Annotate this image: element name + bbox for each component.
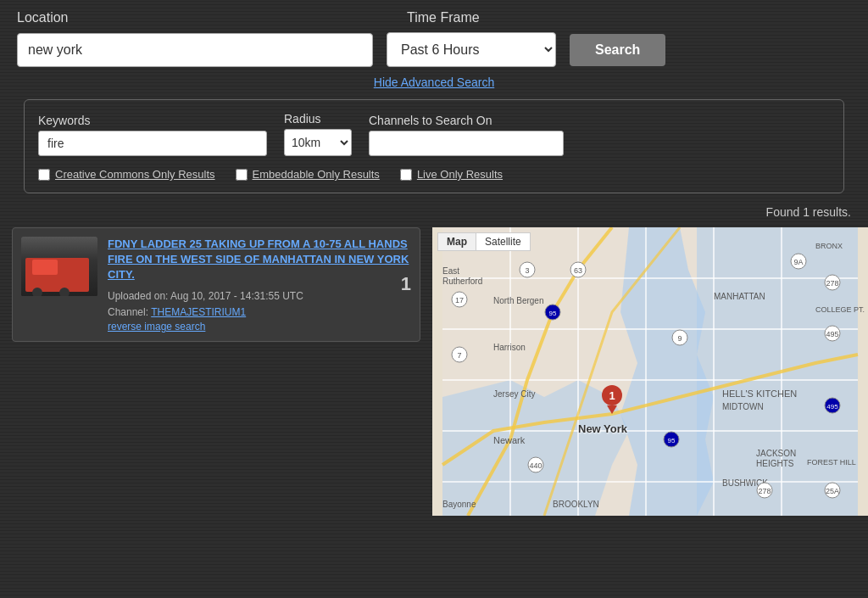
map-pin[interactable]: 1	[602, 385, 622, 414]
live-only-checkbox-label[interactable]: Live Only Results	[400, 168, 503, 181]
result-thumbnail	[21, 237, 97, 296]
svg-text:440: 440	[529, 461, 542, 470]
keywords-input[interactable]	[38, 131, 267, 156]
svg-text:BROOKLYN: BROOKLYN	[553, 500, 599, 509]
location-input[interactable]	[17, 33, 373, 67]
svg-text:25A: 25A	[826, 487, 839, 495]
result-number: 1	[401, 273, 411, 295]
map-tab-map[interactable]: Map	[437, 232, 476, 251]
live-only-label: Live Only Results	[417, 168, 503, 181]
keywords-label: Keywords	[38, 114, 267, 127]
search-button[interactable]: Search	[570, 34, 665, 66]
svg-text:63: 63	[574, 266, 582, 275]
svg-text:Jersey City: Jersey City	[493, 389, 535, 399]
svg-text:COLLEGE PT.: COLLEGE PT.	[815, 305, 865, 314]
map-pin-number: 1	[602, 385, 622, 405]
svg-text:3: 3	[525, 266, 529, 275]
creative-commons-checkbox[interactable]	[38, 169, 50, 181]
svg-text:17: 17	[455, 296, 464, 305]
result-title[interactable]: FDNY LADDER 25 TAKING UP FROM A 10-75 AL…	[108, 237, 411, 283]
result-card: FDNY LADDER 25 TAKING UP FROM A 10-75 AL…	[12, 227, 420, 342]
svg-text:HEIGHTS: HEIGHTS	[756, 459, 794, 468]
result-channel-link[interactable]: THEMAJESTIRIUM1	[151, 306, 246, 318]
creative-commons-label: Creative Commons Only Results	[55, 168, 215, 181]
results-panel: FDNY LADDER 25 TAKING UP FROM A 10-75 AL…	[0, 227, 432, 516]
advanced-search-panel: Keywords Radius 10km 5km 25km 50km Chann…	[24, 99, 844, 193]
svg-text:9A: 9A	[793, 258, 803, 266]
svg-text:Bayonne: Bayonne	[442, 500, 476, 509]
channels-input[interactable]	[369, 131, 564, 156]
embeddable-only-checkbox[interactable]	[236, 169, 248, 181]
svg-text:North Bergen: North Bergen	[493, 296, 543, 305]
result-channel-label: Channel:	[108, 306, 148, 318]
svg-text:Rutherford: Rutherford	[442, 277, 482, 286]
timeframe-select[interactable]: Past 6 Hours Past Hour Past Day Past Wee…	[387, 32, 556, 67]
svg-text:7: 7	[457, 351, 461, 360]
creative-commons-checkbox-label[interactable]: Creative Commons Only Results	[38, 168, 215, 181]
result-uploaded: Uploaded on: Aug 10, 2017 - 14:31:55 UTC	[108, 288, 411, 305]
map-controls: Map Satellite	[437, 232, 531, 251]
map-panel: North Bergen MANHATTAN Jersey City HELL'…	[432, 227, 868, 516]
svg-text:495: 495	[826, 330, 838, 338]
live-only-checkbox[interactable]	[400, 169, 412, 181]
svg-text:95: 95	[668, 437, 676, 444]
svg-text:Newark: Newark	[493, 435, 526, 445]
embeddable-only-checkbox-label[interactable]: Embeddable Only Results	[236, 168, 380, 181]
result-channel-row: Channel: THEMAJESTIRIUM1	[108, 305, 411, 321]
svg-text:9: 9	[677, 334, 682, 343]
radius-label: Radius	[284, 112, 352, 126]
svg-text:MIDTOWN: MIDTOWN	[722, 402, 764, 411]
svg-text:Harrison: Harrison	[493, 343, 526, 352]
svg-text:JACKSON: JACKSON	[756, 449, 796, 458]
svg-text:FOREST HILL: FOREST HILL	[807, 458, 856, 467]
embeddable-only-label: Embeddable Only Results	[253, 168, 380, 181]
svg-text:278: 278	[758, 487, 771, 495]
reverse-image-search-link[interactable]: reverse image search	[108, 321, 411, 333]
svg-text:95: 95	[549, 310, 557, 317]
svg-text:495: 495	[826, 403, 838, 411]
svg-text:278: 278	[826, 279, 838, 288]
map-location-label: New York	[578, 422, 627, 435]
svg-text:BRONX: BRONX	[815, 242, 843, 250]
map-tab-satellite[interactable]: Satellite	[476, 232, 531, 251]
results-count: Found 1 results.	[0, 205, 868, 219]
channels-label: Channels to Search On	[369, 114, 564, 127]
location-label: Location	[17, 10, 390, 25]
svg-text:HELL'S KITCHEN: HELL'S KITCHEN	[722, 388, 797, 399]
map-pin-tail	[607, 405, 617, 414]
hide-advanced-search-link[interactable]: Hide Advanced Search	[17, 75, 851, 89]
svg-text:East: East	[442, 266, 459, 276]
radius-select[interactable]: 10km 5km 25km 50km	[284, 129, 352, 156]
svg-text:MANHATTAN: MANHATTAN	[714, 292, 765, 301]
result-info: FDNY LADDER 25 TAKING UP FROM A 10-75 AL…	[108, 237, 411, 333]
timeframe-label: Time Frame	[407, 10, 593, 25]
